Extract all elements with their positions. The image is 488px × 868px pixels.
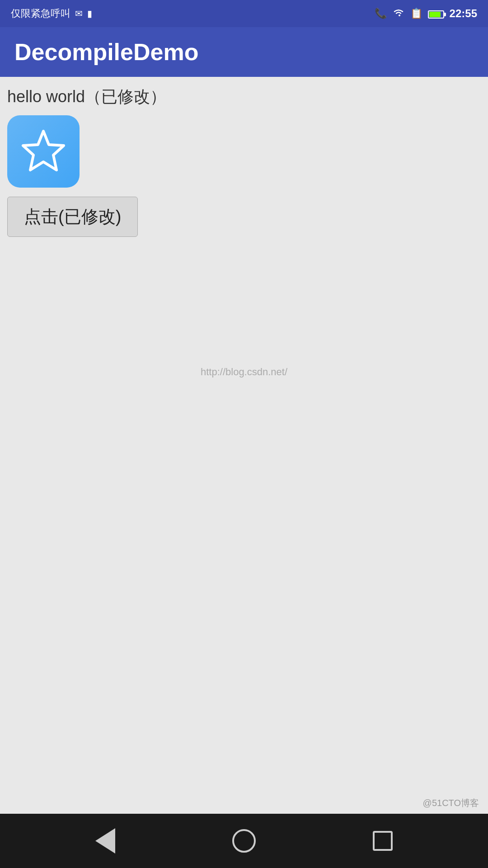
app-title: DecompileDemo bbox=[14, 38, 198, 66]
recents-icon bbox=[373, 831, 393, 851]
watermark-text: http://blog.csdn.net/ bbox=[201, 366, 287, 378]
battery-icon bbox=[428, 7, 444, 20]
screen-icon: ▮ bbox=[87, 8, 92, 19]
clipboard-icon: 📋 bbox=[410, 8, 422, 19]
brand-watermark: @51CTO博客 bbox=[423, 797, 479, 809]
click-button[interactable]: 点击(已修改) bbox=[7, 197, 138, 237]
wifi-icon bbox=[392, 7, 405, 20]
home-button[interactable] bbox=[226, 823, 262, 859]
app-bar: DecompileDemo bbox=[0, 27, 488, 77]
time-display: 22:55 bbox=[450, 7, 477, 20]
status-bar-right: 📞 📋 22:55 bbox=[375, 7, 477, 20]
svg-marker-0 bbox=[23, 131, 64, 170]
star-icon bbox=[19, 127, 68, 176]
phone-icon: 📞 bbox=[375, 8, 387, 19]
back-button[interactable] bbox=[87, 823, 123, 859]
back-icon bbox=[95, 828, 115, 854]
star-icon-container bbox=[7, 115, 80, 188]
content-area: hello world（已修改） 点击(已修改) http://blog.csd… bbox=[0, 77, 488, 246]
home-icon bbox=[232, 829, 256, 853]
navigation-bar bbox=[0, 814, 488, 868]
sim-icon: ✉ bbox=[75, 8, 83, 19]
recents-button[interactable] bbox=[365, 823, 401, 859]
status-bar-left: 仅限紧急呼叫 ✉ ▮ bbox=[11, 7, 92, 20]
emergency-call-text: 仅限紧急呼叫 bbox=[11, 7, 70, 20]
status-bar: 仅限紧急呼叫 ✉ ▮ 📞 📋 22:55 bbox=[0, 0, 488, 27]
hello-world-text: hello world（已修改） bbox=[7, 86, 481, 108]
